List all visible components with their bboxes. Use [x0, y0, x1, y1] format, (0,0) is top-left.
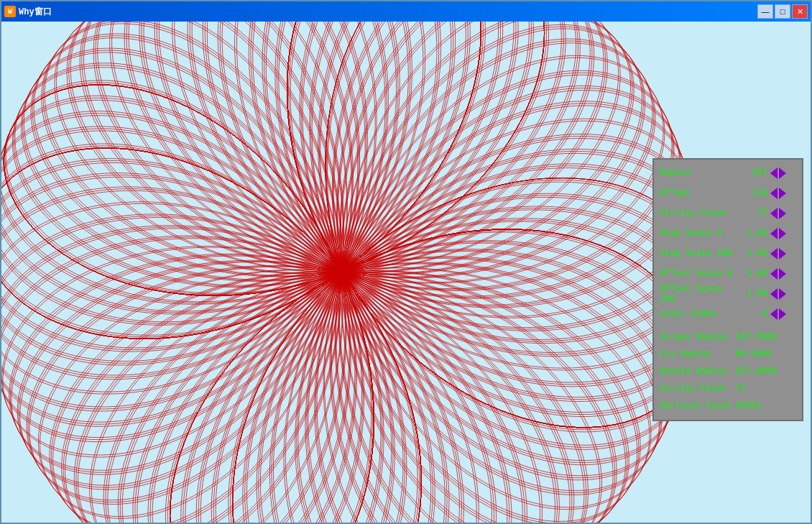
control-value-5: 1.00: [735, 269, 767, 279]
window-title: Why窗口: [19, 6, 52, 18]
control-value-2: 72: [735, 208, 767, 219]
control-value-7: 0: [735, 309, 767, 319]
control-row-4: Step Scale 1801.00: [660, 244, 796, 263]
info-row-2: Rotate Radius257.0000: [660, 364, 796, 380]
control-value-4: 1.00: [735, 249, 767, 259]
control-buttons-5: [770, 268, 786, 280]
increment-button-3[interactable]: [779, 228, 786, 239]
info-value-3: 71: [735, 384, 745, 394]
content-area: Radius257Offset128Circles Count72Step Sc…: [1, 22, 811, 523]
increment-button-2[interactable]: [779, 208, 786, 219]
control-row-7: Color Index0: [660, 305, 796, 323]
control-row-3: Step Scale 01.00: [660, 224, 796, 243]
title-bar: W Why窗口 — □ ✕: [1, 1, 811, 22]
minimize-button[interactable]: —: [757, 4, 773, 19]
app-icon: W: [4, 6, 16, 17]
control-label-4: Step Scale 180: [660, 249, 735, 259]
control-label-6: Offset Scale 180: [660, 284, 735, 304]
control-row-5: Offset Scale 01.00: [660, 265, 796, 283]
info-value-0: 347.5000: [735, 332, 777, 342]
control-value-6: 1.00: [735, 289, 767, 299]
info-row-0: Screen Radius347.5000: [660, 329, 796, 345]
control-value-0: 257: [735, 168, 767, 178]
info-label-4: Vertices Count: [660, 401, 735, 411]
info-row-1: Fix Radius90.5000: [660, 346, 796, 362]
control-buttons-3: [770, 228, 786, 239]
increment-button-1[interactable]: [779, 188, 786, 199]
control-buttons-2: [770, 208, 786, 219]
decrement-button-0[interactable]: [770, 167, 778, 179]
info-row-3: Circles Count71: [660, 381, 796, 397]
control-label-2: Circles Count: [660, 208, 735, 219]
control-row-1: Offset128: [660, 184, 796, 203]
control-buttons-7: [770, 308, 786, 320]
info-label-3: Circles Count: [660, 384, 735, 394]
control-panel: Radius257Offset128Circles Count72Step Sc…: [652, 158, 803, 421]
info-value-1: 90.5000: [735, 349, 771, 359]
increment-button-7[interactable]: [779, 308, 786, 320]
decrement-button-5[interactable]: [770, 268, 778, 280]
decrement-button-6[interactable]: [770, 288, 778, 300]
control-row-6: Offset Scale 1801.00: [660, 285, 796, 303]
increment-button-5[interactable]: [779, 268, 786, 280]
decrement-button-2[interactable]: [770, 208, 778, 219]
decrement-button-4[interactable]: [770, 248, 778, 259]
decrement-button-7[interactable]: [770, 308, 778, 320]
info-label-0: Screen Radius: [660, 332, 735, 342]
control-buttons-1: [770, 188, 786, 199]
control-label-3: Step Scale 0: [660, 229, 735, 239]
info-label-1: Fix Radius: [660, 349, 735, 359]
decrement-button-3[interactable]: [770, 228, 778, 239]
control-label-1: Offset: [660, 188, 735, 198]
title-bar-buttons: — □ ✕: [757, 4, 808, 19]
control-label-7: Color Index: [660, 309, 735, 319]
maximize-button[interactable]: □: [775, 4, 790, 19]
control-value-3: 1.00: [735, 229, 767, 239]
info-value-4: 25561: [735, 401, 761, 411]
info-value-2: 257.0000: [735, 367, 777, 377]
control-label-0: Radius: [660, 168, 735, 178]
control-buttons-0: [770, 167, 786, 179]
control-row-2: Circles Count72: [660, 204, 796, 223]
increment-button-4[interactable]: [779, 248, 786, 259]
close-button[interactable]: ✕: [792, 4, 808, 19]
decrement-button-1[interactable]: [770, 188, 778, 199]
info-row-4: Vertices Count25561: [660, 398, 796, 414]
increment-button-0[interactable]: [779, 167, 786, 179]
control-buttons-4: [770, 248, 786, 259]
title-bar-left: W Why窗口: [4, 6, 52, 18]
increment-button-6[interactable]: [779, 288, 786, 300]
control-buttons-6: [770, 288, 786, 300]
window-frame: W Why窗口 — □ ✕ Radius257Offset128Circles …: [0, 0, 812, 524]
info-label-2: Rotate Radius: [660, 367, 735, 377]
control-row-0: Radius257: [660, 164, 796, 183]
control-value-1: 128: [735, 188, 767, 198]
control-label-5: Offset Scale 0: [660, 269, 735, 279]
